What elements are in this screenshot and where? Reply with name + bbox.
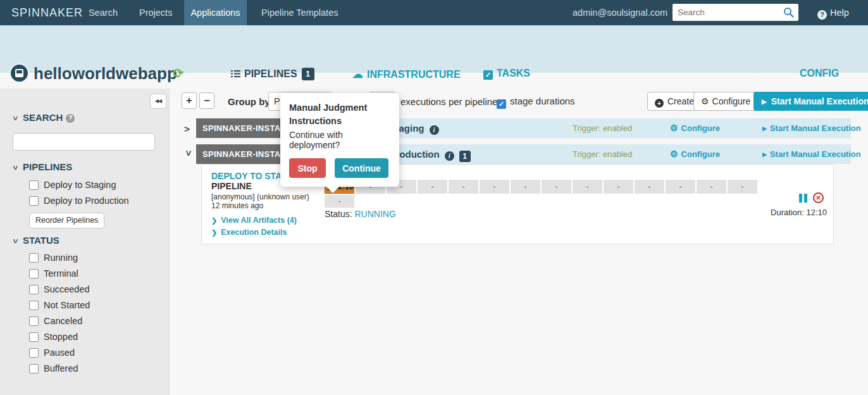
view-all-artifacts-link[interactable]: ❯View All Artifacts (4) [211, 216, 297, 225]
filters-sidebar: ◀◀ >SEARCH? >PIPELINES Deploy to Staging… [0, 89, 170, 395]
status-value[interactable]: RUNNING [354, 209, 395, 219]
stage-pill[interactable]: - [449, 180, 478, 194]
continue-button[interactable]: Continue [335, 158, 388, 178]
stage-pill[interactable]: - [635, 180, 664, 194]
filter-checkbox-deploy-production[interactable]: Deploy to Production [29, 196, 129, 206]
tab-config[interactable]: CONFIG [800, 68, 839, 79]
user-menu-label: admin@soulsignal.com [573, 8, 667, 18]
nav-item-applications[interactable]: Applications [184, 0, 247, 25]
tab-tasks[interactable]: ✓TASKS [483, 68, 530, 80]
zoom-in-button[interactable]: + [182, 92, 197, 109]
execution-status: Status: RUNNING [325, 209, 396, 219]
checkbox-icon [29, 285, 39, 294]
filter-checkbox-stopped[interactable]: Stopped [29, 332, 78, 342]
gear-icon: ⚙ [670, 123, 678, 133]
stage-pill-secondary[interactable]: - [325, 195, 354, 208]
chevron-down-icon: > [11, 116, 20, 120]
gear-icon: ⚙ [701, 96, 709, 106]
filter-checkbox-buffered[interactable]: Buffered [29, 363, 78, 373]
stage-pill[interactable]: - [573, 180, 602, 194]
execution-type-label: PIPELINE [211, 181, 252, 191]
group-configure-link[interactable]: ⚙Configure [670, 118, 720, 138]
expand-group-chevron[interactable]: > [184, 123, 193, 134]
pipelines-count-badge: 1 [302, 68, 314, 80]
checkbox-icon [29, 332, 39, 342]
stage-pill[interactable]: - [480, 180, 509, 194]
info-icon[interactable]: i [445, 151, 454, 161]
chevron-right-icon: ❯ [211, 216, 217, 224]
gear-icon: ⚙ [670, 149, 678, 159]
user-menu[interactable]: admin@soulsignal.com▼ [573, 0, 677, 25]
play-icon: ▶ [762, 125, 767, 132]
trigger-status: Trigger: enabled [573, 144, 632, 164]
stage-pill[interactable]: - [542, 180, 571, 194]
tab-pipelines-label: PIPELINES [244, 68, 297, 79]
group-start-manual-execution-link[interactable]: ▶Start Manual Execution [762, 118, 861, 139]
group-configure-link[interactable]: ⚙Configure [670, 144, 720, 164]
stage-pill[interactable]: - [418, 180, 447, 194]
trigger-status: Trigger: enabled [573, 118, 632, 138]
filter-checkbox-not-started[interactable]: Not Started [29, 300, 90, 310]
filter-search-input[interactable] [13, 133, 155, 151]
tab-pipelines[interactable]: PIPELINES1 [231, 68, 314, 80]
popup-buttons: Stop Continue [289, 158, 390, 178]
executions-per-pipeline-label: executions per pipeline [400, 96, 497, 107]
stage-pill[interactable]: - [666, 180, 695, 194]
application-header: helloworldwebapp ⟳ PIPELINES1 ☁INFRASTRU… [0, 25, 868, 73]
stage-pill[interactable]: - [728, 180, 757, 194]
list-icon [231, 70, 240, 78]
play-icon: ▶ [762, 98, 767, 105]
checkbox-label: Canceled [44, 316, 82, 326]
help-icon[interactable]: ? [66, 114, 75, 123]
create-label: Create [667, 96, 694, 106]
checkbox-label: Succeeded [44, 284, 90, 294]
collapse-sidebar-button[interactable]: ◀◀ [150, 94, 166, 109]
tab-infrastructure-label: INFRASTRUCTURE [367, 69, 461, 80]
search-icon[interactable] [783, 7, 794, 18]
start-manual-execution-button[interactable]: ▶Start Manual Execution [753, 92, 868, 111]
zoom-out-button[interactable]: − [199, 92, 214, 109]
search-section-title: SEARCH [23, 112, 63, 123]
tab-infrastructure[interactable]: ☁INFRASTRUCTURE [352, 68, 461, 81]
filter-checkbox-paused[interactable]: Paused [29, 348, 75, 358]
filter-checkbox-canceled[interactable]: Canceled [29, 316, 82, 326]
stage-pill[interactable]: - [604, 180, 633, 194]
search-section-header[interactable]: >SEARCH? [13, 112, 75, 123]
pipelines-section-title: PIPELINES [23, 161, 72, 172]
stage-pill[interactable]: - [697, 180, 726, 194]
stage-durations-toggle[interactable]: ✓stage durations [497, 96, 575, 109]
status-section-header[interactable]: >STATUS [13, 235, 59, 246]
nav-item-pipeline-templates[interactable]: Pipeline Templates [261, 0, 338, 25]
filter-checkbox-running[interactable]: Running [29, 253, 78, 263]
group-start-manual-execution-link[interactable]: ▶Start Manual Execution [762, 144, 861, 165]
stop-button[interactable]: Stop [289, 158, 326, 178]
chevron-right-icon: ❯ [211, 229, 217, 236]
filter-checkbox-succeeded[interactable]: Succeeded [29, 284, 90, 294]
start-link-label: Start Manual Execution [770, 123, 861, 133]
checkbox-icon [29, 348, 39, 358]
filter-checkbox-terminal[interactable]: Terminal [29, 268, 78, 279]
execution-details-link[interactable]: ❯Execution Details [211, 228, 287, 237]
checkbox-icon [29, 196, 39, 206]
refresh-icon[interactable]: ⟳ [173, 66, 184, 81]
check-square-icon: ✓ [483, 70, 493, 80]
configure-label: Configure [712, 96, 751, 106]
brand-logo[interactable]: SPINNAKER [11, 0, 83, 25]
reorder-pipelines-button[interactable]: Reorder Pipelines [29, 213, 104, 229]
nav-item-search[interactable]: Search [89, 0, 118, 25]
execution-user: [anonymous] (unknown user) [211, 192, 309, 201]
pause-execution-icon[interactable] [799, 194, 808, 203]
collapse-group-chevron[interactable]: > [183, 151, 194, 160]
stage-pill[interactable]: - [511, 180, 540, 194]
global-search-input[interactable] [678, 4, 779, 20]
application-title: helloworldwebapp [34, 64, 177, 84]
nav-item-projects[interactable]: Projects [139, 0, 172, 25]
manual-judgment-popup: Manual Judgment Instructions Continue wi… [280, 93, 399, 187]
filter-checkbox-deploy-staging[interactable]: Deploy to Staging [29, 180, 116, 190]
pipelines-section-header[interactable]: >PIPELINES [13, 161, 72, 172]
cancel-execution-icon[interactable]: ✕ [813, 192, 824, 203]
help-menu[interactable]: ?Help [817, 0, 849, 25]
checkbox-label: Not Started [44, 300, 90, 310]
details-label: Execution Details [221, 228, 287, 237]
info-icon[interactable]: i [430, 125, 439, 135]
